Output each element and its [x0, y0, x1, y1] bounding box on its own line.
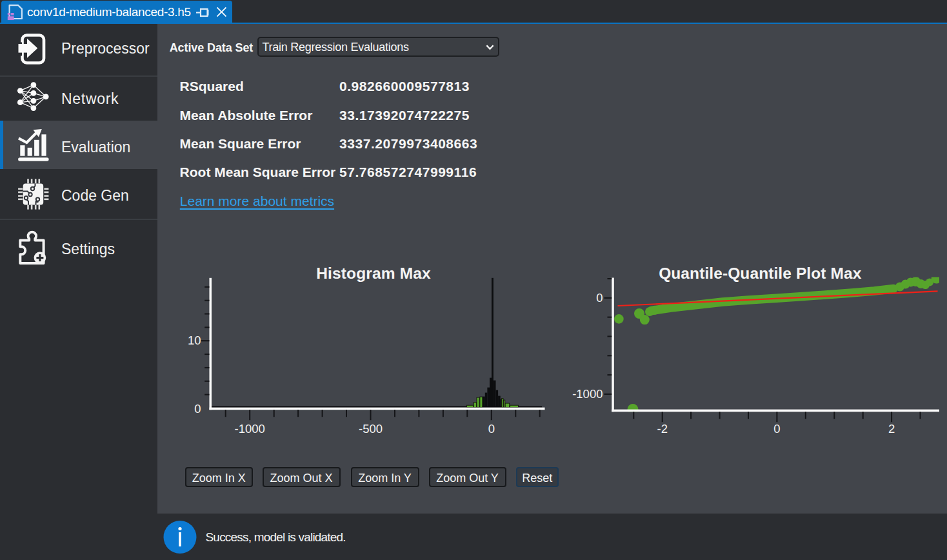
svg-text:0: 0	[488, 422, 495, 435]
svg-text:Histogram Max: Histogram Max	[316, 265, 431, 282]
svg-text:10: 10	[188, 334, 201, 347]
svg-text:-2: -2	[657, 422, 667, 435]
svg-text:0: 0	[596, 291, 603, 305]
svg-text:-1000: -1000	[572, 387, 603, 401]
svg-text:2: 2	[888, 422, 895, 435]
svg-text:0: 0	[773, 422, 780, 435]
svg-text:Quantile-Quantile Plot Max: Quantile-Quantile Plot Max	[659, 265, 862, 282]
svg-text:-1000: -1000	[235, 422, 265, 435]
svg-text:0: 0	[194, 402, 201, 415]
svg-text:-500: -500	[359, 422, 383, 435]
